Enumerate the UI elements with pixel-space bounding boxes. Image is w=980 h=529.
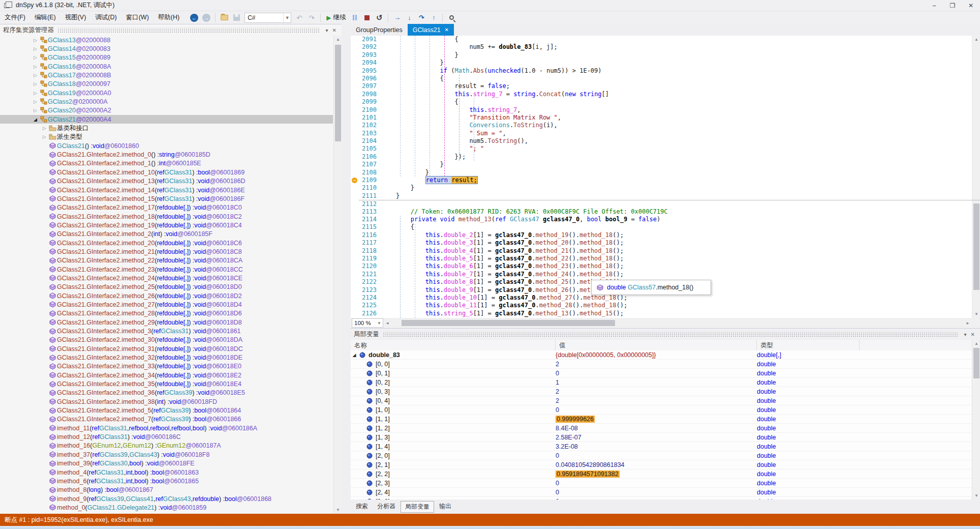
tab-close-icon[interactable]: ✕: [445, 27, 449, 33]
code-line[interactable]: 2117 this.double_3[1] = gclass47_0.metho…: [351, 239, 980, 247]
tree-item[interactable]: GClass21() : void @06001860: [0, 141, 333, 150]
code-line[interactable]: 2121 this.double_7[1] = gclass47_0.metho…: [351, 271, 980, 278]
code-line[interactable]: 2120 this.double_6[1] = gclass47_0.metho…: [351, 262, 980, 270]
breakpoint-gutter[interactable]: [351, 239, 359, 247]
expander-collapsed-icon[interactable]: ▷: [32, 38, 39, 43]
close-icon[interactable]: ✕: [969, 332, 977, 337]
expander-collapsed-icon[interactable]: ▷: [32, 91, 39, 96]
tree-item[interactable]: GClass21.GInterface2.imethod_27(ref doub…: [0, 300, 333, 309]
code-line[interactable]: 2118 this.double_4[1] = gclass47_0.metho…: [351, 247, 980, 255]
tree-item[interactable]: GClass21.GInterface2.imethod_20(ref doub…: [0, 239, 333, 247]
tree-item[interactable]: GClass21.GInterface2.imethod_38(int) : v…: [0, 397, 333, 406]
language-select[interactable]: C#▼: [244, 13, 291, 23]
tree-item[interactable]: ▷GClass16 @0200008A: [0, 62, 333, 71]
expander-collapsed-icon[interactable]: ▷: [32, 46, 39, 51]
locals-row[interactable]: [1, 1]0.999999626double: [351, 415, 971, 424]
editor-hscrollbar[interactable]: [391, 319, 972, 327]
zoom-select[interactable]: 100 %▼: [352, 318, 383, 328]
tree-item[interactable]: GClass21.GInterface2.imethod_31(ref doub…: [0, 344, 333, 353]
tree-item[interactable]: GClass21.GInterface2.imethod_32(ref doub…: [0, 353, 333, 362]
code-line[interactable]: 2102 Conversions.ToString(i),: [351, 122, 980, 129]
step-into-icon[interactable]: ↓: [403, 12, 415, 23]
scroll-up-icon[interactable]: ▲: [972, 340, 980, 347]
tool-tab-局部变量[interactable]: 局部变量: [401, 501, 434, 513]
tree-item[interactable]: GClass21.GInterface2.imethod_24(ref doub…: [0, 274, 333, 282]
locals-row[interactable]: [1, 0]0double: [351, 405, 971, 415]
code-line[interactable]: 2100 this.string_7,: [351, 106, 980, 114]
tree-item[interactable]: ▷GClass2 @0200000A: [0, 97, 333, 106]
breakpoint-gutter[interactable]: [351, 255, 359, 262]
tree-item[interactable]: GClass21.GInterface2.imethod_0() : strin…: [0, 150, 333, 159]
tree-item[interactable]: GClass21.GInterface2.imethod_19(ref doub…: [0, 221, 333, 229]
breakpoint-gutter[interactable]: [351, 51, 359, 59]
tree-item[interactable]: GClass21.GInterface2.imethod_34(ref doub…: [0, 371, 333, 379]
breakpoint-gutter[interactable]: [351, 286, 359, 294]
tool-tab-输出[interactable]: 输出: [435, 501, 455, 512]
locals-row[interactable]: [2, 3]0double: [351, 479, 971, 488]
breakpoint-gutter[interactable]: [351, 247, 359, 255]
menu-item-3[interactable]: 调试(D): [90, 13, 121, 22]
tree-item[interactable]: GClass21.GInterface2.imethod_35(ref doub…: [0, 379, 333, 388]
breakpoint-gutter[interactable]: [351, 59, 359, 67]
tree-item[interactable]: imethod_9(ref GClass39, GClass41, ref GC…: [0, 494, 333, 503]
code-line[interactable]: 2101 "Transition Matrix Row ",: [351, 114, 980, 122]
code-line[interactable]: 2103 " Sum = ",: [351, 130, 980, 137]
code-line[interactable]: →2109 return result;: [351, 177, 980, 184]
open-icon[interactable]: [218, 12, 230, 23]
column-name[interactable]: 名称: [351, 340, 556, 350]
tree-item[interactable]: ▷GClass18 @02000097: [0, 80, 333, 89]
breakpoint-gutter[interactable]: [351, 161, 359, 168]
panel-splitter[interactable]: [342, 24, 351, 514]
code-line[interactable]: 2099 {: [351, 98, 980, 106]
breakpoint-gutter[interactable]: [351, 302, 359, 309]
breakpoint-gutter[interactable]: [351, 208, 359, 216]
code-line[interactable]: 2104 num5.ToString(),: [351, 137, 980, 145]
locals-row[interactable]: [1, 4]3.2E-08double: [351, 442, 971, 451]
close-button[interactable]: ✕: [962, 0, 980, 11]
tree-item[interactable]: imethod_12(ref GClass31) : void @0600186…: [0, 432, 333, 441]
code-line[interactable]: 2108 }: [351, 169, 980, 177]
chevron-down-icon[interactable]: ▾: [324, 27, 330, 33]
redo-icon[interactable]: ↷: [305, 12, 318, 23]
tree-item[interactable]: GClass21.GInterface2.imethod_15(ref GCla…: [0, 194, 333, 203]
breakpoint-gutter[interactable]: →: [351, 177, 359, 184]
menu-item-1[interactable]: 编辑(E): [30, 13, 60, 22]
scroll-down-icon[interactable]: ▼: [972, 492, 980, 499]
breakpoint-gutter[interactable]: [351, 169, 359, 177]
code-line[interactable]: 2106 });: [351, 153, 980, 161]
locals-row[interactable]: [2, 2]0.9591894571091382double: [351, 469, 971, 479]
locals-row[interactable]: [2, 0]0double: [351, 451, 971, 460]
tree-item[interactable]: GClass21.GInterface2.imethod_21(ref doub…: [0, 247, 333, 256]
tree-item[interactable]: GClass21.GInterface2.imethod_25(ref doub…: [0, 283, 333, 291]
tree-item[interactable]: ▷GClass15 @02000089: [0, 53, 333, 62]
code-line[interactable]: 2126 this.string_5[1] = gclass47_0.metho…: [351, 310, 980, 317]
scroll-thumb[interactable]: [973, 348, 979, 378]
expander-collapsed-icon[interactable]: ▷: [32, 99, 39, 104]
tree-item[interactable]: GClass21.GInterface2.imethod_36(ref GCla…: [0, 389, 333, 397]
code-line[interactable]: 2107 }: [351, 161, 980, 168]
code-line[interactable]: 2094 }: [351, 59, 980, 67]
breakpoint-gutter[interactable]: [351, 130, 359, 137]
tree-item[interactable]: GClass21.GInterface2.imethod_18(ref doub…: [0, 212, 333, 221]
tree-item[interactable]: GClass21.GInterface2.imethod_14(ref GCla…: [0, 186, 333, 194]
scroll-left-icon[interactable]: ◄: [383, 321, 391, 326]
code-line[interactable]: 2110 }: [351, 184, 980, 192]
tree-item[interactable]: GClass21.GInterface2.imethod_23(ref doub…: [0, 265, 333, 274]
breakpoint-gutter[interactable]: [351, 192, 359, 200]
tree-item[interactable]: ▷GClass19 @020000A0: [0, 89, 333, 97]
tab-gclass21[interactable]: GClass21✕: [408, 24, 454, 36]
maximize-button[interactable]: ❐: [943, 0, 962, 11]
tree-scrollbar[interactable]: ▲ ▼: [333, 36, 342, 514]
breakpoint-gutter[interactable]: [351, 36, 359, 43]
tree-item[interactable]: GClass21.GInterface2.imethod_5(ref GClas…: [0, 406, 333, 415]
code-line[interactable]: 2096 {: [351, 75, 980, 82]
code-line[interactable]: 2124 this.double_10[1] = gclass47_0.meth…: [351, 294, 980, 302]
tree-item[interactable]: imethod_11(ref GClass31, ref bool, ref b…: [0, 424, 333, 432]
pause-icon[interactable]: [349, 12, 361, 23]
tool-tab-分析器[interactable]: 分析器: [373, 501, 400, 512]
locals-row[interactable]: [2, 1]0.040810542890861834double: [351, 460, 971, 469]
tree-item[interactable]: GClass21.GInterface2.imethod_17(ref doub…: [0, 203, 333, 212]
expander-collapsed-icon[interactable]: ▷: [32, 73, 39, 78]
breakpoint-gutter[interactable]: [351, 137, 359, 145]
menu-item-4[interactable]: 窗口(W): [121, 13, 154, 22]
